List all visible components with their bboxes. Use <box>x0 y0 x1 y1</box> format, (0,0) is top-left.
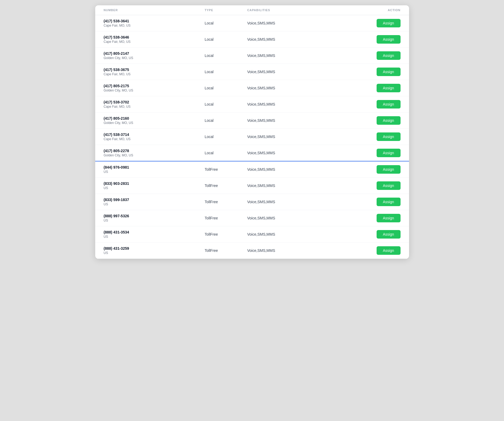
capabilities-cell: Voice,SMS,MMS <box>247 200 358 204</box>
type-cell: TollFree <box>205 216 247 220</box>
type-cell: Local <box>205 118 247 123</box>
action-cell: Assign <box>358 84 401 92</box>
table-row: (888) 431-3534 US TollFree Voice,SMS,MMS… <box>95 226 409 243</box>
assign-button[interactable]: Assign <box>377 68 401 76</box>
action-cell: Assign <box>358 132 401 141</box>
action-cell: Assign <box>358 165 401 174</box>
type-cell: Local <box>205 53 247 58</box>
action-cell: Assign <box>358 149 401 157</box>
assign-button[interactable]: Assign <box>377 149 401 157</box>
table-row: (833) 599-1837 US TollFree Voice,SMS,MMS… <box>95 194 409 210</box>
phone-location: US <box>104 186 205 190</box>
table-header: NUMBER TYPE CAPABILITIES ACTION <box>95 5 409 15</box>
capabilities-cell: Voice,SMS,MMS <box>247 248 358 253</box>
number-cell: (417) 538-3702 Cape Fair, MO, US <box>104 100 205 109</box>
assign-button[interactable]: Assign <box>377 165 401 174</box>
type-cell: TollFree <box>205 184 247 188</box>
phone-number: (417) 538-3714 <box>104 132 205 137</box>
number-cell: (888) 997-5326 US <box>104 214 205 222</box>
type-cell: Local <box>205 86 247 90</box>
action-cell: Assign <box>358 51 401 60</box>
capabilities-cell: Voice,SMS,MMS <box>247 216 358 220</box>
action-cell: Assign <box>358 116 401 125</box>
capabilities-cell: Voice,SMS,MMS <box>247 37 358 41</box>
table-row: (844) 976-0981 US TollFree Voice,SMS,MMS… <box>95 161 409 178</box>
number-cell: (888) 431-3259 US <box>104 246 205 255</box>
phone-number: (844) 976-0981 <box>104 165 205 169</box>
table-row: (833) 903-2831 US TollFree Voice,SMS,MMS… <box>95 178 409 194</box>
type-cell: TollFree <box>205 200 247 204</box>
phone-location: US <box>104 219 205 222</box>
number-cell: (417) 805-2175 Golden City, MO, US <box>104 84 205 92</box>
assign-button[interactable]: Assign <box>377 132 401 141</box>
assign-button[interactable]: Assign <box>377 35 401 44</box>
phone-location: Golden City, MO, US <box>104 56 205 60</box>
phone-location: Cape Fair, MO, US <box>104 40 205 44</box>
assign-button[interactable]: Assign <box>377 246 401 255</box>
table-row: (417) 538-3641 Cape Fair, MO, US Local V… <box>95 15 409 31</box>
phone-location: Cape Fair, MO, US <box>104 137 205 141</box>
phone-number: (888) 997-5326 <box>104 214 205 218</box>
action-cell: Assign <box>358 198 401 206</box>
table-row: (888) 431-3259 US TollFree Voice,SMS,MMS… <box>95 243 409 259</box>
number-cell: (833) 599-1837 US <box>104 198 205 206</box>
action-cell: Assign <box>358 68 401 76</box>
phone-location: Golden City, MO, US <box>104 153 205 157</box>
phone-number: (417) 805-2147 <box>104 51 205 56</box>
col-header-action: ACTION <box>358 9 401 12</box>
phone-number: (417) 805-2160 <box>104 116 205 120</box>
assign-button[interactable]: Assign <box>377 116 401 125</box>
assign-button[interactable]: Assign <box>377 214 401 222</box>
capabilities-cell: Voice,SMS,MMS <box>247 184 358 188</box>
action-cell: Assign <box>358 230 401 239</box>
phone-location: Golden City, MO, US <box>104 89 205 92</box>
phone-number: (888) 431-3534 <box>104 230 205 234</box>
table-row: (417) 538-3702 Cape Fair, MO, US Local V… <box>95 96 409 112</box>
number-cell: (417) 538-3641 Cape Fair, MO, US <box>104 19 205 27</box>
type-cell: TollFree <box>205 248 247 253</box>
assign-button[interactable]: Assign <box>377 230 401 239</box>
phone-location: US <box>104 251 205 255</box>
assign-button[interactable]: Assign <box>377 51 401 60</box>
table-row: (417) 805-2175 Golden City, MO, US Local… <box>95 80 409 96</box>
type-cell: Local <box>205 21 247 25</box>
number-cell: (888) 431-3534 US <box>104 230 205 239</box>
number-cell: (844) 976-0981 US <box>104 165 205 174</box>
type-cell: Local <box>205 37 247 41</box>
phone-number: (417) 805-2278 <box>104 149 205 153</box>
capabilities-cell: Voice,SMS,MMS <box>247 167 358 172</box>
phone-number: (833) 599-1837 <box>104 198 205 202</box>
capabilities-cell: Voice,SMS,MMS <box>247 151 358 155</box>
number-cell: (417) 805-2278 Golden City, MO, US <box>104 149 205 157</box>
phone-number: (417) 805-2175 <box>104 84 205 88</box>
phone-number: (417) 538-3675 <box>104 68 205 72</box>
assign-button[interactable]: Assign <box>377 198 401 206</box>
capabilities-cell: Voice,SMS,MMS <box>247 21 358 25</box>
type-cell: TollFree <box>205 232 247 236</box>
assign-button[interactable]: Assign <box>377 100 401 109</box>
col-header-number: NUMBER <box>104 9 205 12</box>
number-cell: (417) 805-2160 Golden City, MO, US <box>104 116 205 125</box>
phone-number: (888) 431-3259 <box>104 246 205 251</box>
table-row: (417) 538-3646 Cape Fair, MO, US Local V… <box>95 31 409 48</box>
type-cell: Local <box>205 102 247 106</box>
phone-location: Golden City, MO, US <box>104 121 205 125</box>
action-cell: Assign <box>358 181 401 190</box>
phone-location: Cape Fair, MO, US <box>104 72 205 76</box>
table-row: (417) 805-2147 Golden City, MO, US Local… <box>95 48 409 64</box>
table-row: (417) 538-3714 Cape Fair, MO, US Local V… <box>95 129 409 145</box>
type-cell: Local <box>205 151 247 155</box>
phone-numbers-table-container: NUMBER TYPE CAPABILITIES ACTION (417) 53… <box>95 5 409 259</box>
capabilities-cell: Voice,SMS,MMS <box>247 102 358 106</box>
action-cell: Assign <box>358 35 401 44</box>
phone-number: (417) 538-3641 <box>104 19 205 23</box>
assign-button[interactable]: Assign <box>377 181 401 190</box>
table-row: (417) 538-3675 Cape Fair, MO, US Local V… <box>95 64 409 80</box>
assign-button[interactable]: Assign <box>377 19 401 27</box>
table-body: (417) 538-3641 Cape Fair, MO, US Local V… <box>95 15 409 259</box>
assign-button[interactable]: Assign <box>377 84 401 92</box>
phone-location: Cape Fair, MO, US <box>104 24 205 27</box>
action-cell: Assign <box>358 100 401 109</box>
capabilities-cell: Voice,SMS,MMS <box>247 53 358 58</box>
action-cell: Assign <box>358 246 401 255</box>
